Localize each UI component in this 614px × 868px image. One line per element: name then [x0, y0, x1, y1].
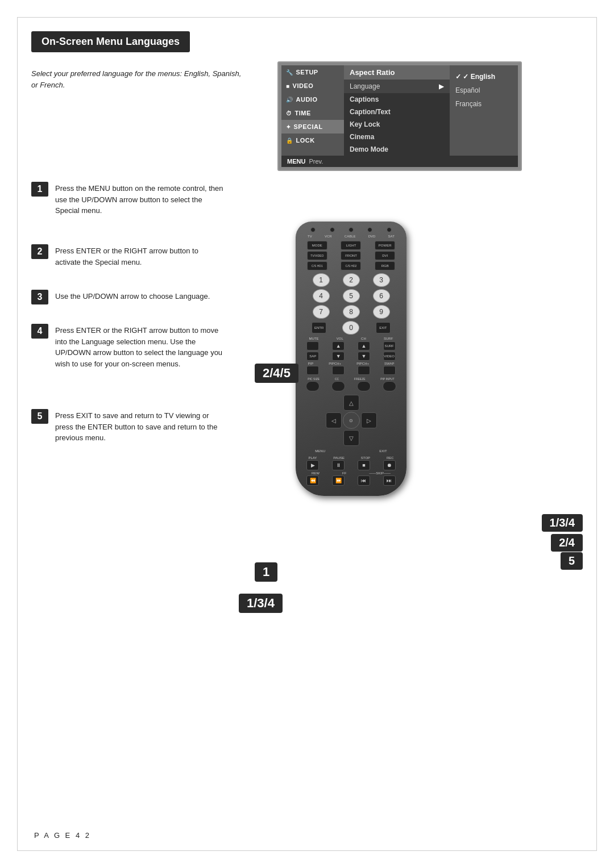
- remote-dot-dvd: [367, 227, 372, 232]
- audio-label: AUDIO: [296, 96, 318, 103]
- menu-captions: Captions: [344, 93, 450, 106]
- remote-dvi-btn[interactable]: DVI: [375, 251, 395, 260]
- remote-pipch2-btn[interactable]: [358, 366, 370, 375]
- menu-aspect-ratio: Aspect Ratio: [344, 65, 450, 80]
- step-2-text: Press ENTER or the RIGHT arrow button to…: [55, 244, 226, 268]
- remote-skip-back-btn[interactable]: ⏮: [358, 475, 370, 486]
- remote-swap-label: SWAP: [384, 362, 394, 365]
- menu-language: Language ▶: [344, 80, 450, 93]
- remote-cshd1-btn[interactable]: C/S HD1: [307, 261, 327, 270]
- submenu-english: ✓ English: [450, 70, 518, 84]
- step-1: 1 Press the MENU button on the remote co…: [31, 182, 226, 216]
- remote-rec-btn[interactable]: ⏺: [383, 460, 396, 470]
- remote-rew-label: REW: [312, 471, 320, 475]
- remote-num-6[interactable]: 6: [373, 289, 390, 303]
- step-3: 3 Use the UP/DOWN arrow to choose Langua…: [31, 290, 226, 304]
- remote-play-btn[interactable]: ▶: [306, 460, 319, 470]
- remote-num-1[interactable]: 1: [313, 273, 330, 287]
- remote-sap-btn[interactable]: SAP: [306, 352, 319, 361]
- remote-surf-btn[interactable]: SURF: [383, 341, 396, 350]
- remote-num-3[interactable]: 3: [373, 273, 390, 287]
- remote-enter-btn[interactable]: ENTR: [312, 322, 326, 333]
- remote-ch-dn-btn[interactable]: ▼: [358, 352, 370, 361]
- video-icon: ■: [286, 83, 290, 89]
- language-label: Language: [350, 82, 380, 90]
- remote-skip-fwd-btn[interactable]: ⏭: [383, 475, 396, 486]
- remote-center-btn[interactable]: ⊙: [343, 412, 360, 429]
- special-label: SPECIAL: [294, 123, 323, 130]
- remote-ff-btn[interactable]: ⏩: [332, 475, 345, 486]
- remote-play-label: PLAY: [308, 456, 317, 460]
- remote-cc-btn[interactable]: [331, 381, 345, 391]
- tv-menu-footer: MENU Prev.: [281, 156, 518, 167]
- remote-down-btn[interactable]: ▽: [343, 430, 359, 446]
- remote-control: TV VCR CABLE DVD SAT MODE LIGHT POWER TV…: [296, 222, 406, 496]
- remote-exit-btn[interactable]: EXIT: [376, 322, 391, 333]
- page-title: On-Screen Menu Languages: [42, 36, 180, 47]
- remote-cshd2-btn[interactable]: C/S HD2: [341, 261, 361, 270]
- remote-stop-label: STOP: [361, 456, 370, 460]
- remote-dot-tv: [310, 227, 316, 232]
- submenu-francais: Français: [450, 97, 518, 111]
- sidebar-time: ⏱ TIME: [281, 106, 344, 120]
- remote-num-2[interactable]: 2: [343, 273, 360, 287]
- tv-sidebar: 🔧 SETUP ■ VIDEO 🔊 AUDIO ⏱ TIME ✦ SPECIAL…: [281, 65, 344, 156]
- remote-freeze-label: FREEZE: [354, 377, 366, 381]
- remote-dot-vcr: [330, 227, 335, 232]
- callout-badge-245: 2/4/5: [255, 364, 298, 383]
- remote-label-vcr: VCR: [325, 235, 332, 238]
- remote-rgb-btn[interactable]: RGB: [375, 261, 395, 270]
- remote-rew-btn[interactable]: ⏪: [306, 475, 319, 486]
- tv-main-menu: Aspect Ratio Language ▶ Captions Caption…: [344, 65, 450, 156]
- remote-cc-label: CC: [335, 377, 339, 381]
- remote-pipinput-btn[interactable]: [383, 381, 396, 391]
- remote-freeze-btn[interactable]: [357, 381, 371, 391]
- remote-left-btn[interactable]: ◁: [326, 412, 342, 428]
- remote-pip-label: PIP: [308, 362, 314, 365]
- remote-label-tv: TV: [308, 235, 312, 238]
- remote-label-sat: SAT: [388, 235, 395, 238]
- remote-video-btn[interactable]: VIDEO: [383, 352, 396, 361]
- step-4-num: 4: [31, 324, 48, 339]
- sidebar-special: ✦ SPECIAL: [281, 120, 344, 133]
- remote-up-btn[interactable]: △: [343, 395, 359, 411]
- remote-num-4[interactable]: 4: [313, 289, 330, 303]
- step-1-text: Press the MENU button on the remote cont…: [55, 182, 226, 216]
- remote-num-0[interactable]: 0: [342, 321, 359, 335]
- remote-exit-label: EXIT: [379, 449, 387, 453]
- remote-num-7[interactable]: 7: [313, 305, 330, 319]
- remote-picsize-btn[interactable]: [306, 381, 320, 391]
- page-number: P A G E 4 2: [34, 831, 91, 840]
- remote-pipch-btn[interactable]: [332, 366, 345, 375]
- remote-vol-up-btn[interactable]: ▲: [332, 341, 345, 350]
- video-label: VIDEO: [293, 82, 314, 89]
- remote-mute-btn[interactable]: [306, 341, 319, 350]
- remote-front-btn[interactable]: FRONT: [341, 251, 361, 260]
- remote-tvvideo-btn[interactable]: TV/VIDEO: [307, 251, 327, 260]
- remote-vol-dn-btn[interactable]: ▼: [332, 352, 345, 361]
- remote-pip-btn[interactable]: [306, 366, 319, 375]
- remote-mode-btn[interactable]: MODE: [307, 241, 327, 250]
- time-icon: ⏱: [286, 110, 292, 116]
- remote-num-9[interactable]: 9: [373, 305, 390, 319]
- menu-demo-mode: Demo Mode: [344, 143, 450, 156]
- remote-num-5[interactable]: 5: [343, 289, 360, 303]
- remote-ch-up-btn[interactable]: ▲: [358, 341, 370, 350]
- remote-pause-btn[interactable]: ⏸: [332, 460, 345, 470]
- remote-mute-label: MUTE: [309, 337, 319, 340]
- remote-right-btn[interactable]: ▷: [361, 412, 377, 428]
- remote-num-8[interactable]: 8: [343, 305, 360, 319]
- tv-menu-screenshot: 🔧 SETUP ■ VIDEO 🔊 AUDIO ⏱ TIME ✦ SPECIAL…: [277, 61, 522, 171]
- step-3-num: 3: [31, 290, 48, 304]
- remote-stop-btn[interactable]: ■: [358, 460, 370, 470]
- callout-badge-24-right: 2/4: [551, 534, 583, 552]
- remote-swap-btn[interactable]: [383, 366, 396, 375]
- remote-power-btn[interactable]: POWER: [375, 241, 395, 250]
- step-5-num: 5: [31, 409, 48, 424]
- remote-dot-cable: [349, 227, 354, 232]
- step-5: 5 Press EXIT to save and return to TV vi…: [31, 409, 226, 444]
- intro-content: Select your preferred language for the m…: [31, 69, 241, 89]
- remote-light-btn[interactable]: LIGHT: [341, 241, 361, 250]
- callout-badge-134-right: 1/3/4: [542, 514, 583, 532]
- step-4: 4 Press ENTER or the RIGHT arrow button …: [31, 324, 226, 369]
